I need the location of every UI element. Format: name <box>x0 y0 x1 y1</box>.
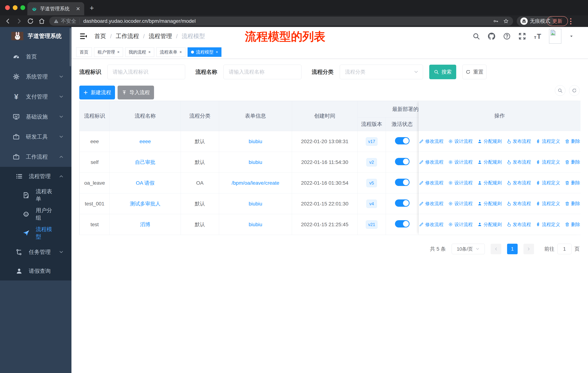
forward-icon[interactable] <box>16 18 23 25</box>
sidebar-scrollbar[interactable] <box>70 28 71 66</box>
row-action-link[interactable]: 发布流程 <box>506 222 531 227</box>
row-action-link[interactable]: 删除 <box>565 180 580 186</box>
sidebar-menu-item[interactable]: 流程管理 <box>0 167 72 186</box>
search-icon[interactable] <box>472 32 480 40</box>
import-process-button[interactable]: 导入流程 <box>117 86 154 100</box>
tag-close-icon[interactable]: × <box>216 50 218 54</box>
row-action-link[interactable]: 流程定义 <box>536 138 560 144</box>
sidebar-collapse-icon[interactable] <box>79 32 88 40</box>
page-size-select[interactable]: 10条/页 <box>452 244 485 254</box>
row-action-link[interactable]: 设计流程 <box>448 222 473 227</box>
category-select[interactable] <box>340 65 423 79</box>
back-icon[interactable] <box>4 18 11 25</box>
form-info-link[interactable]: /bpm/oa/leave/create <box>232 180 279 186</box>
reset-button[interactable]: 重置 <box>462 65 486 79</box>
refresh-table-button[interactable] <box>569 85 580 96</box>
process-key-input[interactable] <box>107 65 185 79</box>
url-text[interactable]: dashboard.yudao.iocoder.cn/bpm/manager/m… <box>83 18 488 24</box>
prev-page-button[interactable] <box>491 244 501 254</box>
breadcrumb-workflow[interactable]: 工作流程 <box>116 32 139 40</box>
row-action-link[interactable]: 修改流程 <box>419 138 443 144</box>
row-action-link[interactable]: 发布流程 <box>506 180 531 186</box>
sidebar-menu-item[interactable]: 请假查询 <box>0 262 72 281</box>
sidebar-logo-row[interactable]: 芋道管理系统 <box>0 27 72 45</box>
row-action-link[interactable]: 修改流程 <box>419 159 443 165</box>
breadcrumb-process-mgmt[interactable]: 流程管理 <box>149 32 172 40</box>
row-action-link[interactable]: 流程定义 <box>536 159 560 165</box>
form-info-link[interactable]: biubiu <box>249 222 262 227</box>
active-toggle[interactable] <box>395 179 410 186</box>
process-name-link[interactable]: 滔博 <box>140 222 150 227</box>
row-action-link[interactable]: 删除 <box>565 222 580 227</box>
show-search-button[interactable] <box>555 85 565 96</box>
process-name-link[interactable]: 测试多审批人 <box>130 201 161 207</box>
github-icon[interactable] <box>488 32 495 40</box>
tags-view-item[interactable]: 首页 × <box>76 47 92 57</box>
caret-down-icon[interactable] <box>569 34 574 39</box>
security-warning-icon[interactable] <box>53 19 59 24</box>
password-key-icon[interactable] <box>493 18 499 24</box>
row-action-link[interactable]: 分配规则 <box>477 222 502 227</box>
next-page-button[interactable] <box>524 244 534 254</box>
row-action-link[interactable]: 分配规则 <box>477 180 502 186</box>
active-toggle[interactable] <box>395 200 410 207</box>
process-name-link[interactable]: OA 请假 <box>136 180 155 186</box>
sidebar-menu-item[interactable]: 研发工具 <box>0 127 72 147</box>
process-name-link[interactable]: 自己审批 <box>135 159 156 165</box>
sidebar-menu-item[interactable]: 流程表单 <box>0 186 72 205</box>
row-action-link[interactable]: 修改流程 <box>419 180 443 186</box>
row-action-link[interactable]: 删除 <box>565 138 580 144</box>
row-action-link[interactable]: 流程定义 <box>536 180 560 186</box>
row-action-link[interactable]: 流程定义 <box>536 222 560 227</box>
row-action-link[interactable]: 发布流程 <box>506 201 531 207</box>
page-number-button[interactable]: 1 <box>507 244 518 254</box>
row-action-link[interactable]: 删除 <box>565 201 580 207</box>
process-name-link[interactable]: eeee <box>139 139 151 144</box>
sidebar-menu-item[interactable]: 用户分组 <box>0 205 72 224</box>
row-action-link[interactable]: 修改流程 <box>419 222 443 227</box>
tag-close-icon[interactable]: × <box>117 50 120 54</box>
active-toggle[interactable] <box>395 158 410 165</box>
font-size-icon[interactable] <box>534 32 541 40</box>
row-action-link[interactable]: 修改流程 <box>419 201 443 207</box>
browser-tab[interactable]: 芋道管理系统 ✕ <box>27 2 84 15</box>
row-action-link[interactable]: 设计流程 <box>448 138 473 144</box>
sidebar-menu-item[interactable]: 首页 <box>0 47 72 67</box>
tags-view-item[interactable]: 流程表单 × <box>156 47 185 57</box>
tags-view-item[interactable]: 租户管理 × <box>94 47 123 57</box>
row-action-link[interactable]: 分配规则 <box>477 159 502 165</box>
tag-close-icon[interactable]: × <box>179 50 182 54</box>
search-button[interactable]: 搜索 <box>429 65 456 79</box>
goto-page-input[interactable] <box>557 244 572 254</box>
breadcrumb-home[interactable]: 首页 <box>94 32 106 40</box>
row-action-link[interactable]: 删除 <box>565 159 580 165</box>
tags-view-item[interactable]: 流程模型 × <box>188 47 222 57</box>
bookmark-star-icon[interactable] <box>503 18 509 24</box>
row-action-link[interactable]: 发布流程 <box>506 159 531 165</box>
row-action-link[interactable]: 流程定义 <box>536 201 560 207</box>
home-icon[interactable] <box>38 18 45 25</box>
url-bar[interactable]: 不安全 dashboard.yudao.iocoder.cn/bpm/manag… <box>49 17 513 26</box>
sidebar-menu-item[interactable]: 流程模型 <box>0 224 72 242</box>
browser-menu-icon[interactable] <box>570 18 572 24</box>
fullscreen-icon[interactable] <box>518 32 526 40</box>
sidebar-menu-item[interactable]: 工作流程 <box>0 147 72 167</box>
row-action-link[interactable]: 设计流程 <box>448 201 473 207</box>
active-toggle[interactable] <box>395 137 410 144</box>
create-process-button[interactable]: 新建流程 <box>79 86 115 100</box>
tag-close-icon[interactable]: × <box>148 50 151 54</box>
new-tab-button[interactable]: + <box>90 4 94 12</box>
minimize-window-button[interactable] <box>13 5 18 10</box>
sidebar-menu-item[interactable]: ¥ 支付管理 <box>0 87 72 107</box>
tags-view-item[interactable]: 我的流程 × <box>125 47 154 57</box>
row-action-link[interactable]: 设计流程 <box>448 180 473 186</box>
help-icon[interactable] <box>503 32 511 40</box>
zoom-window-button[interactable] <box>21 5 25 10</box>
row-action-link[interactable]: 分配规则 <box>477 138 502 144</box>
reload-icon[interactable] <box>27 18 34 25</box>
sidebar-menu-item[interactable]: 任务管理 <box>0 242 72 262</box>
user-avatar[interactable] <box>549 29 561 44</box>
form-info-link[interactable]: biubiu <box>249 159 262 165</box>
tab-close-icon[interactable]: ✕ <box>76 6 80 12</box>
row-action-link[interactable]: 发布流程 <box>506 138 531 144</box>
